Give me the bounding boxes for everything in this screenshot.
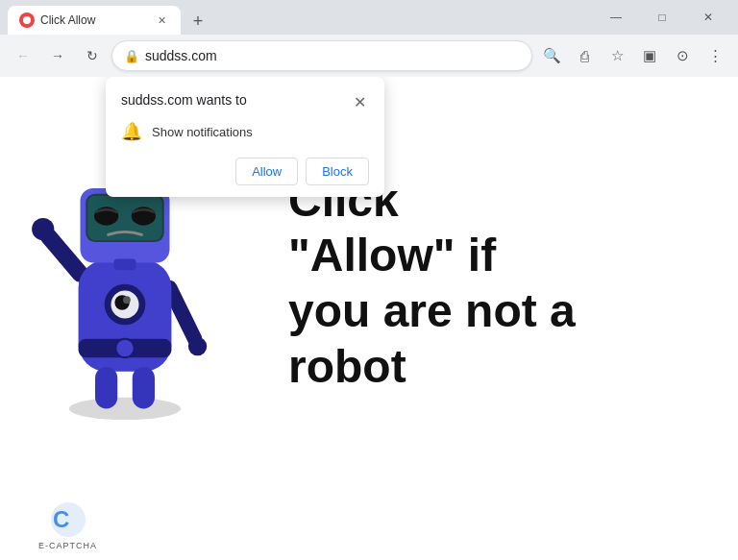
svg-line-4 <box>170 288 195 339</box>
address-bar[interactable]: 🔒 suddss.com <box>111 40 532 71</box>
svg-point-5 <box>188 337 207 355</box>
bell-icon: 🔔 <box>121 121 142 142</box>
svg-point-12 <box>123 296 131 304</box>
share-icon-button[interactable]: ⎙ <box>569 40 600 71</box>
svg-point-1 <box>69 398 181 420</box>
notification-popup: suddss.com wants to ✕ 🔔 Show notificatio… <box>106 77 384 197</box>
toolbar: ← → ↻ 🔒 suddss.com 🔍 ⎙ ☆ ▣ ⊙ ⋮ <box>0 35 738 77</box>
svg-rect-22 <box>113 259 135 271</box>
tab-strip: Click Allow ✕ + <box>8 0 590 35</box>
url-text: suddss.com <box>145 48 520 63</box>
browser-window: Click Allow ✕ + — □ ✕ ← → ↻ 🔒 suddss.com… <box>0 0 738 560</box>
close-button[interactable]: ✕ <box>686 0 730 35</box>
allow-button[interactable]: Allow <box>235 158 298 185</box>
search-icon-button[interactable]: 🔍 <box>536 40 567 71</box>
captcha-message: Click "Allow" if you are not a robot <box>288 173 577 394</box>
page-content: suddss.com wants to ✕ 🔔 Show notificatio… <box>0 77 738 560</box>
profile-icon-button[interactable]: ⊙ <box>667 40 698 71</box>
ecaptcha-badge: C E-CAPTCHA <box>38 500 97 550</box>
svg-rect-13 <box>95 367 117 409</box>
svg-point-8 <box>115 339 134 357</box>
lock-icon: 🔒 <box>124 49 139 63</box>
tab-title: Click Allow <box>40 13 148 27</box>
ecaptcha-logo-icon: C <box>49 500 87 539</box>
block-button[interactable]: Block <box>306 158 369 185</box>
toolbar-icons: 🔍 ⎙ ☆ ▣ ⊙ ⋮ <box>536 40 730 71</box>
bookmark-icon-button[interactable]: ☆ <box>602 40 632 71</box>
popup-notification-label: Show notifications <box>152 125 253 139</box>
back-button[interactable]: ← <box>8 40 38 71</box>
popup-buttons: Allow Block <box>121 158 369 185</box>
reload-button[interactable]: ↻ <box>77 40 108 71</box>
tab-close-button[interactable]: ✕ <box>154 12 169 28</box>
maximize-button[interactable]: □ <box>640 0 684 35</box>
window-controls: — □ ✕ <box>594 0 730 35</box>
active-tab[interactable]: Click Allow ✕ <box>8 6 181 35</box>
popup-close-button[interactable]: ✕ <box>350 92 369 111</box>
menu-icon-button[interactable]: ⋮ <box>700 40 730 71</box>
title-bar: Click Allow ✕ + — □ ✕ <box>0 0 738 35</box>
popup-title: suddss.com wants to <box>121 92 247 108</box>
forward-button[interactable]: → <box>42 40 73 71</box>
popup-header: suddss.com wants to ✕ <box>121 92 369 111</box>
svg-line-2 <box>49 236 81 274</box>
svg-point-3 <box>32 218 54 240</box>
tab-favicon <box>19 12 35 28</box>
sidebar-icon-button[interactable]: ▣ <box>634 40 665 71</box>
ecaptcha-label: E-CAPTCHA <box>38 541 97 550</box>
popup-notification-item: 🔔 Show notifications <box>121 121 369 142</box>
new-tab-button[interactable]: + <box>184 8 211 35</box>
svg-text:C: C <box>53 506 69 532</box>
svg-point-0 <box>23 16 31 24</box>
svg-rect-14 <box>133 367 155 409</box>
minimize-button[interactable]: — <box>594 0 638 35</box>
